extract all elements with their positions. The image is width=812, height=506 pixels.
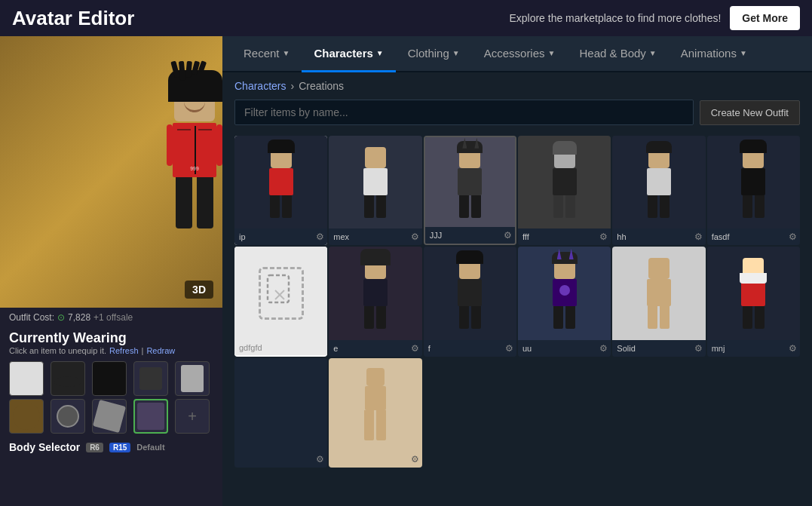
wearing-item-2[interactable]: [51, 361, 85, 396]
outfit-thumb-1: [234, 136, 327, 228]
outfit-name-8: e: [333, 344, 338, 353]
wearing-item-1[interactable]: [9, 361, 44, 396]
outfit-cost-label: Outfit Cost:: [9, 312, 54, 323]
gear-icon-3[interactable]: ⚙: [504, 230, 512, 241]
tab-accessories[interactable]: Accessories ▼: [472, 36, 568, 72]
search-bar: Create New Outfit: [222, 100, 812, 133]
characters-arrow: ▼: [376, 49, 384, 57]
outfit-name-12: mnj: [712, 344, 725, 353]
outfit-card-3[interactable]: JJJ ⚙: [424, 136, 516, 245]
body-selector: Body Selector R6 R15 Default: [0, 438, 222, 456]
gear-icon-5[interactable]: ⚙: [694, 232, 703, 242]
outfit-card-6[interactable]: fasdf ⚙: [707, 136, 800, 245]
avatar-figure: 999: [167, 70, 222, 228]
outfit-name-10: uu: [522, 344, 532, 353]
outfit-card-7[interactable]: gdfgfd: [234, 247, 327, 356]
wearing-item-9[interactable]: [133, 399, 168, 434]
outfit-thumb-3: [425, 137, 515, 227]
wearing-item-6[interactable]: [9, 399, 44, 434]
outfit-card-12[interactable]: mnj ⚙: [707, 247, 800, 356]
outfit-card-13[interactable]: ⚙: [234, 358, 327, 468]
outfit-name-5: hh: [617, 232, 626, 241]
gear-icon-2[interactable]: ⚙: [411, 232, 419, 242]
outfit-name-4: fff: [522, 232, 529, 241]
gear-icon-10[interactable]: ⚙: [599, 343, 608, 354]
accessories-arrow: ▼: [548, 49, 556, 57]
svg-rect-0: [268, 275, 289, 302]
outfit-name-11: Solid: [617, 344, 635, 353]
get-more-button[interactable]: Get More: [730, 6, 800, 30]
outfit-thumb-7: [234, 247, 327, 339]
wearing-items-grid: +: [0, 357, 222, 438]
outfit-cost-value: 7,828: [68, 312, 90, 323]
outfit-card-11[interactable]: Solid ⚙: [612, 247, 705, 356]
outfit-thumb-13: [234, 358, 327, 451]
outfit-card-10[interactable]: uu ⚙: [518, 247, 611, 356]
create-outfit-button[interactable]: Create New Outfit: [700, 100, 800, 125]
tab-characters[interactable]: Characters ▼: [302, 36, 395, 72]
robux-icon: ⊙: [57, 312, 65, 323]
left-panel: 999 3D Outfit Cost: ⊙ 7,828 +1 offsale: [0, 36, 222, 506]
wearing-item-3[interactable]: [92, 361, 127, 396]
outfit-name-9: f: [428, 344, 431, 353]
animations-arrow: ▼: [740, 49, 747, 57]
badge-3d: 3D: [185, 281, 213, 299]
gear-icon-6[interactable]: ⚙: [789, 232, 797, 242]
tab-clothing[interactable]: Clothing ▼: [396, 36, 472, 72]
outfit-thumb-9: [424, 247, 516, 339]
tab-head-body[interactable]: Head & Body ▼: [567, 36, 668, 72]
tab-animations[interactable]: Animations ▼: [669, 36, 759, 72]
r6-badge[interactable]: R6: [86, 443, 103, 452]
outfit-thumb-11: [612, 247, 705, 339]
r15-badge[interactable]: R15: [109, 443, 130, 452]
right-panel: Recent ▼ Characters ▼ Clothing ▼ Accesso…: [222, 36, 812, 506]
add-item-slot[interactable]: +: [175, 399, 210, 434]
wearing-item-4[interactable]: [133, 361, 168, 396]
outfit-card-4[interactable]: fff ⚙: [518, 136, 611, 245]
wearing-item-7[interactable]: [51, 399, 85, 434]
outfit-name-2: mex: [333, 232, 349, 241]
gear-icon-11[interactable]: ⚙: [694, 343, 703, 354]
recent-arrow: ▼: [283, 49, 290, 57]
refresh-link[interactable]: Refresh: [109, 346, 139, 355]
breadcrumb: Characters › Creations: [222, 72, 812, 100]
wearing-item-5[interactable]: [175, 361, 210, 396]
outfit-thumb-10: [518, 247, 611, 339]
breadcrumb-parent[interactable]: Characters: [234, 80, 286, 92]
tab-recent[interactable]: Recent ▼: [231, 36, 302, 72]
outfit-thumb-14: [329, 358, 421, 451]
gear-icon-8[interactable]: ⚙: [411, 343, 419, 354]
breadcrumb-current: Creations: [299, 80, 344, 92]
gear-icon-4[interactable]: ⚙: [599, 232, 608, 242]
outfit-card-1[interactable]: ip ⚙: [234, 136, 327, 245]
outfit-card-14[interactable]: ⚙: [329, 358, 421, 468]
empty-icon: [259, 267, 304, 320]
outfit-card-5[interactable]: hh ⚙: [612, 136, 705, 245]
app-title: Avatar Editor: [12, 7, 134, 30]
wearing-item-8[interactable]: [92, 399, 127, 434]
gear-icon-14[interactable]: ⚙: [411, 454, 419, 465]
search-input[interactable]: [234, 100, 694, 125]
outfit-card-2[interactable]: mex ⚙: [329, 136, 421, 245]
tabs-bar: Recent ▼ Characters ▼ Clothing ▼ Accesso…: [222, 36, 812, 72]
default-badge: Default: [136, 443, 164, 452]
gear-icon-12[interactable]: ⚙: [789, 343, 797, 354]
wearing-subtitle: Click an item to unequip it. Refresh | R…: [9, 346, 213, 355]
outfit-card-8[interactable]: e ⚙: [329, 247, 421, 356]
gear-icon-1[interactable]: ⚙: [316, 232, 324, 242]
gear-icon-13[interactable]: ⚙: [316, 454, 324, 465]
explore-text: Explore the marketplace to find more clo…: [509, 12, 721, 24]
outfit-cost: Outfit Cost: ⊙ 7,828 +1 offsale: [0, 308, 222, 327]
redraw-link[interactable]: Redraw: [146, 346, 175, 355]
outfit-thumb-5: [612, 136, 705, 228]
main-content: 999 3D Outfit Cost: ⊙ 7,828 +1 offsale: [0, 36, 812, 506]
outfit-thumb-4: [518, 136, 611, 228]
avatar-preview: 999 3D: [0, 36, 222, 308]
outfit-cost-extra: +1 offsale: [93, 312, 133, 323]
gear-icon-9[interactable]: ⚙: [505, 343, 513, 354]
topbar-right: Explore the marketplace to find more clo…: [509, 6, 800, 30]
outfit-name-1: ip: [239, 232, 246, 241]
topbar: Avatar Editor Explore the marketplace to…: [0, 0, 812, 36]
outfit-card-9[interactable]: f ⚙: [424, 247, 516, 356]
currently-wearing-section: Currently Wearing Click an item to unequ…: [0, 327, 222, 357]
